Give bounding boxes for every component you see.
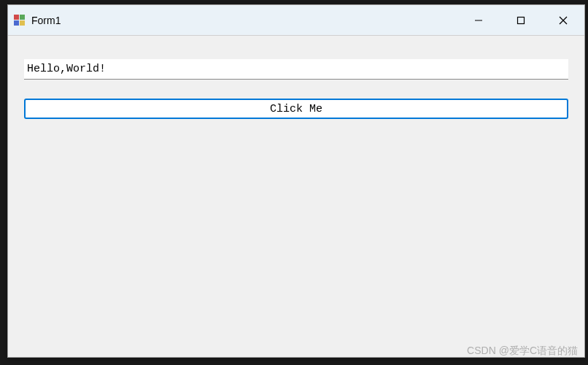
textbox-input[interactable] [24, 59, 568, 80]
window-frame: Form1 Click Me [7, 4, 585, 358]
svg-rect-1 [518, 17, 525, 23]
maximize-icon [517, 16, 525, 25]
close-button[interactable] [542, 5, 584, 35]
maximize-button[interactable] [500, 5, 542, 35]
watermark-text: CSDN @爱学C语音的猫 [467, 345, 578, 358]
window-title: Form1 [31, 15, 61, 26]
client-area: Click Me [8, 36, 584, 357]
minimize-icon [474, 16, 483, 25]
click-me-button[interactable]: Click Me [24, 99, 568, 119]
window-controls [457, 5, 584, 35]
minimize-button[interactable] [457, 5, 500, 35]
app-icon [14, 15, 26, 26]
title-bar[interactable]: Form1 [8, 5, 584, 36]
close-icon [559, 16, 568, 25]
